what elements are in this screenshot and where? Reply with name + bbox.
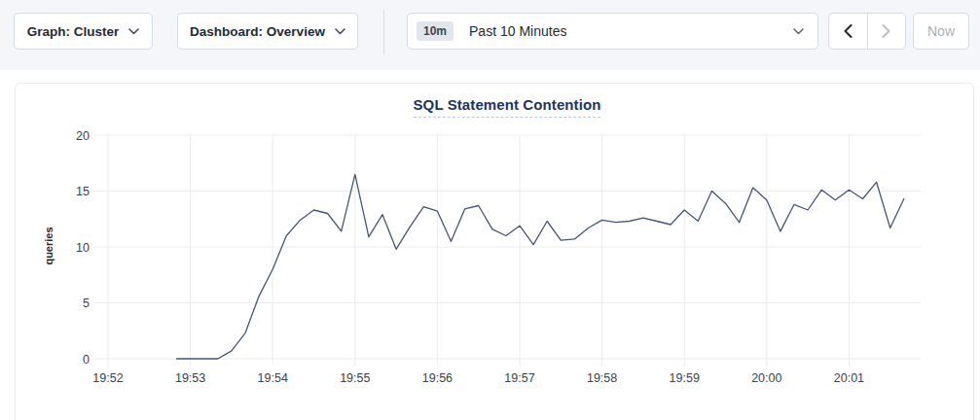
- x-tick-label: 19:55: [340, 371, 370, 385]
- x-tick-label: 20:00: [751, 371, 781, 385]
- time-range-selector[interactable]: 10m Past 10 Minutes: [407, 13, 818, 50]
- x-tick-label: 19:53: [175, 371, 205, 385]
- y-tick-label: 0: [83, 353, 90, 367]
- dashboard-dropdown-label: Dashboard: Overview: [190, 24, 325, 39]
- chevron-down-icon: [128, 28, 139, 35]
- x-tick-label: 19:54: [258, 371, 288, 385]
- x-tick-label: 19:52: [92, 371, 123, 385]
- chevron-right-icon: [882, 24, 890, 38]
- dashboard-dropdown[interactable]: Dashboard: Overview: [177, 13, 358, 50]
- time-back-button[interactable]: [829, 14, 867, 49]
- graph-dropdown-label: Graph: Cluster: [27, 24, 120, 39]
- x-tick-label: 19:59: [670, 371, 700, 385]
- x-tick-label: 20:01: [834, 371, 864, 385]
- graph-dropdown[interactable]: Graph: Cluster: [14, 13, 153, 50]
- chevron-down-icon: [335, 28, 345, 35]
- y-axis-label: queries: [43, 215, 54, 277]
- x-tick-label: 19:57: [504, 371, 534, 385]
- line-chart[interactable]: 0510152019:5219:5319:5419:5519:5619:5719…: [16, 84, 973, 420]
- y-tick-label: 10: [76, 241, 90, 255]
- chart-card: SQL Statement Contention 0510152019:5219…: [15, 83, 974, 420]
- series-line-queries: [177, 174, 904, 359]
- y-tick-label: 15: [76, 185, 90, 198]
- x-tick-label: 19:58: [587, 371, 617, 385]
- metrics-toolbar: Graph: Cluster Dashboard: Overview 10m P…: [0, 0, 980, 70]
- toolbar-divider: [383, 10, 384, 54]
- y-tick-label: 5: [83, 297, 90, 310]
- time-nav-group: [828, 13, 906, 50]
- now-button[interactable]: Now: [913, 13, 969, 50]
- chevron-down-icon: [793, 28, 804, 35]
- time-range-label: Past 10 Minutes: [469, 23, 566, 39]
- x-tick-label: 19:56: [422, 371, 453, 385]
- chevron-left-icon: [844, 24, 853, 38]
- time-forward-button[interactable]: [868, 14, 906, 49]
- time-range-badge: 10m: [417, 21, 454, 41]
- y-tick-label: 20: [76, 129, 90, 143]
